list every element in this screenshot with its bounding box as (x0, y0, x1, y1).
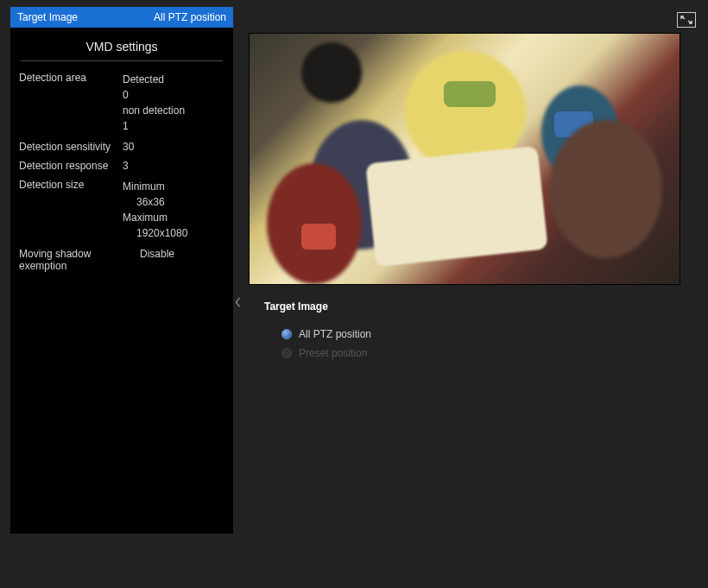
radio-unselected-icon (281, 348, 292, 358)
sidebar-header-right: All PTZ position (154, 11, 226, 23)
min-label: Minimum (123, 179, 224, 194)
label-detection-response: Detection response (19, 160, 123, 172)
value-detection-sensitivity: 30 (123, 141, 224, 153)
values-detection-size: Minimum 36x36 Maximum 1920x1080 (123, 179, 224, 241)
video-preview[interactable] (249, 33, 680, 285)
nondetection-label: non detection (123, 103, 224, 118)
radio-label-preset: Preset position (299, 347, 367, 359)
nondetection-value: 1 (123, 118, 224, 134)
section-title: VMD settings (10, 28, 233, 60)
detected-label: Detected (123, 72, 224, 87)
sidebar-header-left: Target Image (17, 11, 154, 23)
values-detection-area: Detected 0 non detection 1 (123, 72, 224, 134)
max-value: 1920x1080 (123, 225, 224, 241)
label-moving-shadow: Moving shadow exemption (19, 248, 140, 272)
value-detection-response: 3 (123, 160, 224, 172)
main-panel: Target Image All PTZ position Preset pos… (233, 7, 708, 544)
row-detection-sensitivity: Detection sensitivity 30 (19, 137, 224, 156)
sidebar: Target Image All PTZ position VMD settin… (10, 7, 233, 534)
settings-list: Detection area Detected 0 non detection … (10, 66, 233, 275)
min-value: 36x36 (123, 194, 224, 210)
radio-preset[interactable]: Preset position (264, 344, 699, 363)
target-image-form: Target Image All PTZ position Preset pos… (249, 300, 699, 363)
radio-selected-icon (281, 329, 292, 339)
row-detection-response: Detection response 3 (19, 156, 224, 175)
section-divider (21, 60, 223, 61)
row-detection-area: Detection area Detected 0 non detection … (19, 68, 224, 137)
label-detection-size: Detection size (19, 179, 123, 241)
row-detection-size: Detection size Minimum 36x36 Maximum 192… (19, 175, 224, 244)
radio-label-all-ptz: All PTZ position (299, 328, 371, 340)
label-detection-sensitivity: Detection sensitivity (19, 141, 123, 153)
sidebar-header[interactable]: Target Image All PTZ position (10, 7, 233, 28)
radio-all-ptz[interactable]: All PTZ position (264, 325, 699, 344)
max-label: Maximum (123, 210, 224, 225)
row-moving-shadow: Moving shadow exemption Disable (19, 244, 224, 275)
detected-value: 0 (123, 87, 224, 103)
value-moving-shadow: Disable (140, 248, 224, 272)
form-title: Target Image (264, 300, 699, 313)
label-detection-area: Detection area (19, 72, 123, 134)
